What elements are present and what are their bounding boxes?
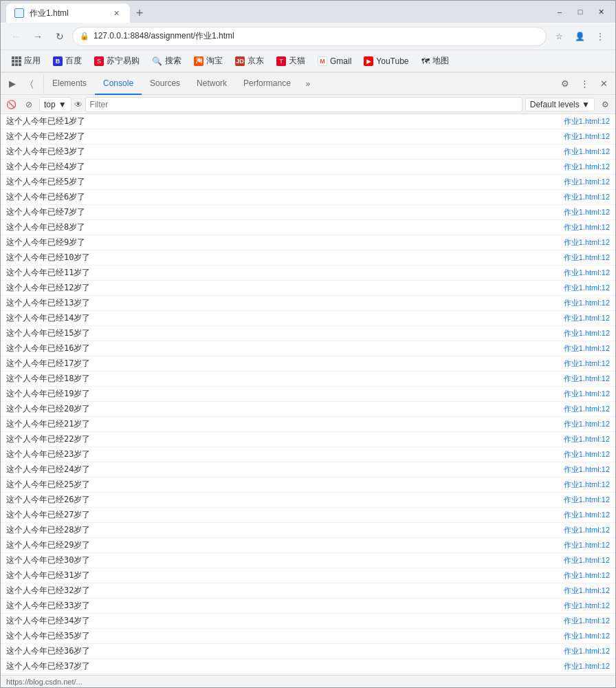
table-row: 这个人今年已经8岁了 作业1.html:12 <box>1 220 615 235</box>
table-row: 这个人今年已经12岁了 作业1.html:12 <box>1 281 615 296</box>
console-settings-icon[interactable]: ⚙ <box>597 97 613 112</box>
console-message: 这个人今年已经37岁了 <box>1 660 564 673</box>
console-source-link[interactable]: 作业1.html:12 <box>564 177 615 187</box>
console-source-link[interactable]: 作业1.html:12 <box>564 147 615 157</box>
filter-input[interactable] <box>85 97 522 112</box>
console-source-link[interactable]: 作业1.html:12 <box>564 404 615 414</box>
console-source-link[interactable]: 作业1.html:12 <box>564 162 615 172</box>
tab-sources[interactable]: Sources <box>142 73 188 95</box>
console-source-link[interactable]: 作业1.html:12 <box>564 389 615 399</box>
bookmark-jd[interactable]: JD 京东 <box>230 53 270 69</box>
table-row: 这个人今年已经17岁了 作业1.html:12 <box>1 356 615 372</box>
console-message: 这个人今年已经1岁了 <box>1 115 564 128</box>
tab-performance[interactable]: Performance <box>235 73 299 95</box>
bookmark-tianmao[interactable]: T 天猫 <box>271 53 311 69</box>
console-source-link[interactable]: 作业1.html:12 <box>564 434 615 444</box>
console-source-link[interactable]: 作业1.html:12 <box>564 131 615 142</box>
gmail-icon: M <box>318 56 327 66</box>
back-button[interactable]: ← <box>6 27 25 46</box>
console-source-link[interactable]: 作业1.html:12 <box>564 631 615 641</box>
console-source-link[interactable]: 作业1.html:12 <box>564 570 615 581</box>
forward-button[interactable]: → <box>28 27 47 46</box>
console-source-link[interactable]: 作业1.html:12 <box>564 646 615 656</box>
bookmark-baidu[interactable]: B 百度 <box>47 53 87 69</box>
close-button[interactable]: ✕ <box>592 3 610 21</box>
console-message: 这个人今年已经9岁了 <box>1 236 564 249</box>
account-icon[interactable]: 👤 <box>570 27 589 46</box>
devtools-close-icon[interactable]: ✕ <box>595 75 613 93</box>
console-source-link[interactable]: 作业1.html:12 <box>564 480 615 490</box>
table-row: 这个人今年已经31岁了 作业1.html:12 <box>1 568 615 583</box>
bookmark-suning[interactable]: S 苏宁易购 <box>89 53 145 69</box>
console-source-link[interactable]: 作业1.html:12 <box>564 207 615 217</box>
console-source-link[interactable]: 作业1.html:12 <box>564 616 615 626</box>
default-levels-dropdown[interactable]: Default levels ▼ <box>525 98 595 111</box>
bookmark-gmail[interactable]: M Gmail <box>312 54 357 68</box>
new-tab-button[interactable]: + <box>130 3 149 23</box>
console-source-link[interactable]: 作业1.html:12 <box>564 419 615 429</box>
console-source-link[interactable]: 作业1.html:12 <box>564 328 615 338</box>
menu-icon[interactable]: ⋮ <box>591 27 610 46</box>
bookmark-taobao[interactable]: 淘 淘宝 <box>188 53 228 69</box>
console-source-link[interactable]: 作业1.html:12 <box>564 358 615 369</box>
console-source-link[interactable]: 作业1.html:12 <box>564 116 615 127</box>
console-source-link[interactable]: 作业1.html:12 <box>564 283 615 293</box>
tab-elements[interactable]: Elements <box>44 73 95 95</box>
bookmark-star-icon[interactable]: ☆ <box>549 27 569 46</box>
console-message: 这个人今年已经8岁了 <box>1 221 564 234</box>
address-bar[interactable]: 🔒 127.0.0.1:8848/assignment/作业1.html <box>72 27 547 46</box>
bookmark-youtube[interactable]: ▶ YouTube <box>358 54 414 68</box>
console-source-link[interactable]: 作业1.html:12 <box>564 525 615 535</box>
console-source-link[interactable]: 作业1.html:12 <box>564 374 615 384</box>
context-selector[interactable]: top ▼ <box>39 97 72 112</box>
console-source-link[interactable]: 作业1.html:12 <box>564 222 615 233</box>
devtools-more-icon[interactable]: ⋮ <box>575 75 593 93</box>
table-row: 这个人今年已经24岁了 作业1.html:12 <box>1 462 615 477</box>
console-source-link[interactable]: 作业1.html:12 <box>564 661 615 671</box>
filter-icon[interactable]: ⊘ <box>21 97 36 112</box>
console-source-link[interactable]: 作业1.html:12 <box>564 555 615 566</box>
tab-close-button[interactable]: ✕ <box>111 8 122 19</box>
devtools-toolbar: ▶ 〈 Elements Console Sources Network Per… <box>1 73 615 95</box>
bookmark-maps-label: 地图 <box>432 55 449 67</box>
bookmark-maps[interactable]: 🗺 地图 <box>416 53 454 69</box>
console-source-link[interactable]: 作业1.html:12 <box>564 495 615 505</box>
console-source-link[interactable]: 作业1.html:12 <box>564 601 615 611</box>
table-row: 这个人今年已经5岁了 作业1.html:12 <box>1 175 615 190</box>
console-source-link[interactable]: 作业1.html:12 <box>564 298 615 308</box>
table-row: 这个人今年已经21岁了 作业1.html:12 <box>1 417 615 432</box>
maximize-button[interactable]: □ <box>571 3 589 21</box>
console-source-link[interactable]: 作业1.html:12 <box>564 237 615 248</box>
console-source-link[interactable]: 作业1.html:12 <box>564 585 615 596</box>
console-source-link[interactable]: 作业1.html:12 <box>564 252 615 263</box>
console-source-link[interactable]: 作业1.html:12 <box>564 343 615 354</box>
console-source-link[interactable]: 作业1.html:12 <box>564 510 615 520</box>
tab-network[interactable]: Network <box>188 73 235 95</box>
console-source-link[interactable]: 作业1.html:12 <box>564 540 615 550</box>
console-source-link[interactable]: 作业1.html:12 <box>564 313 615 323</box>
inspect-element-icon[interactable]: ▶ <box>3 75 21 93</box>
console-message: 这个人今年已经20岁了 <box>1 402 564 416</box>
device-toolbar-icon[interactable]: 〈 <box>23 75 41 93</box>
minimize-button[interactable]: – <box>551 3 569 21</box>
tab-console[interactable]: Console <box>95 73 142 95</box>
bookmark-apps[interactable]: 应用 <box>6 53 46 69</box>
bookmark-search[interactable]: 🔍 搜索 <box>146 53 187 69</box>
console-source-link[interactable]: 作业1.html:12 <box>564 449 615 460</box>
more-tabs-button[interactable]: » <box>299 75 317 93</box>
console-message: 这个人今年已经28岁了 <box>1 524 564 537</box>
console-source-link[interactable]: 作业1.html:12 <box>564 192 615 202</box>
console-message: 这个人今年已经21岁了 <box>1 418 564 431</box>
refresh-button[interactable]: ↻ <box>50 27 69 46</box>
devtools-settings-icon[interactable]: ⚙ <box>556 75 574 93</box>
clear-console-icon[interactable]: 🚫 <box>3 97 19 112</box>
table-row: 这个人今年已经6岁了 作业1.html:12 <box>1 190 615 205</box>
console-source-link[interactable]: 作业1.html:12 <box>564 464 615 475</box>
table-row: 这个人今年已经36岁了 作业1.html:12 <box>1 644 615 659</box>
console-source-link[interactable]: 作业1.html:12 <box>564 268 615 278</box>
lock-icon: 🔒 <box>80 32 89 41</box>
console-toolbar: 🚫 ⊘ top ▼ 👁 Default levels ▼ ⚙ <box>1 95 615 114</box>
active-tab[interactable]: 作业1.html ✕ <box>6 3 130 23</box>
eye-icon[interactable]: 👁 <box>74 100 82 109</box>
console-content[interactable]: 这个人今年已经1岁了 作业1.html:12 这个人今年已经2岁了 作业1.ht… <box>1 114 615 675</box>
